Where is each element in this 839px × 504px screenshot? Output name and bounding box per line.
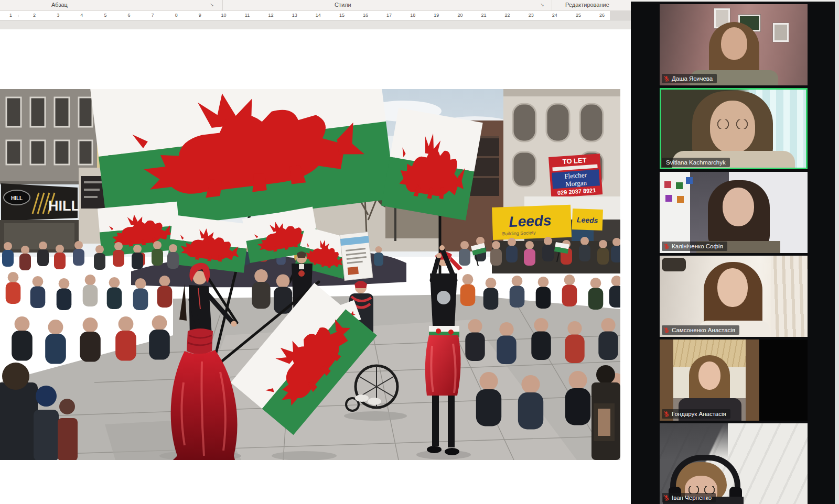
person-face	[723, 188, 754, 226]
ruler-number: 23	[528, 12, 535, 19]
ruler-number: 17	[385, 12, 393, 19]
ruler-number: 19	[433, 12, 440, 19]
leeds-sign: Leeds Building Society	[492, 205, 572, 240]
estate-agent-sign: TO LET Fletcher Morgan 029 2037 8921	[548, 154, 603, 198]
participant-name: Самсоненко Анастасія	[672, 326, 735, 334]
participant-nameplate: Самсоненко Анастасія	[662, 325, 739, 335]
ruler-number: 15	[338, 12, 346, 19]
ruler-number: 26	[598, 12, 606, 19]
person-glasses	[715, 119, 750, 129]
word-ruler[interactable]: 1234567891011121314151617181920212223242…	[0, 11, 631, 20]
video-bg-layer	[664, 181, 671, 188]
participant-nameplate: Іван Черненко	[662, 493, 716, 502]
ruler-number: 18	[409, 12, 416, 19]
participant-name: Даша Ясичева	[672, 75, 713, 82]
person-face	[721, 27, 747, 60]
zoom-video-panel: Даша Ясичева Svitlana Kachmarchyk	[631, 0, 839, 504]
ruler-number: 12	[267, 12, 275, 19]
hill-logo-text: HILL	[11, 195, 23, 201]
ruler-number: 11	[244, 12, 251, 19]
ruler-number: 13	[291, 12, 298, 19]
participant-name: Калініченко Софія	[672, 243, 723, 250]
ruler-number: 14	[315, 12, 322, 19]
ruler-number: 9	[198, 12, 202, 19]
video-bg-layer	[662, 258, 686, 271]
participant-tile[interactable]: Калініченко Софія	[660, 172, 808, 253]
participant-name: Гондарук Анастасія	[672, 410, 726, 418]
video-bg-layer	[660, 423, 728, 460]
ribbon-group-styles-label: Стили	[335, 2, 351, 8]
ruler-number: 8	[174, 12, 179, 19]
participant-tile[interactable]: Гондарук Анастасія	[660, 339, 808, 421]
ruler-number: 3	[56, 12, 60, 19]
participant-name: Svitlana Kachmarchyk	[666, 159, 726, 166]
paragraph-dialog-launcher-icon[interactable]: ↘	[209, 2, 215, 8]
video-bg-layer	[771, 256, 808, 337]
ribbon-group-divider	[222, 0, 223, 10]
participant-nameplate: Svitlana Kachmarchyk	[662, 158, 730, 167]
word-ribbon: Абзац ↘ Стили ↘ Редактирование	[0, 0, 631, 11]
participant-video	[660, 423, 808, 504]
person-face	[698, 361, 720, 390]
parade-photo-illustration: X HILL HILL	[0, 89, 620, 460]
participant-video	[660, 172, 808, 253]
muted-mic-icon	[663, 327, 670, 333]
participant-tile[interactable]: Іван Черненко	[660, 423, 808, 504]
participant-tile[interactable]: Даша Ясичева	[660, 4, 808, 85]
ruler-number: 22	[504, 12, 511, 19]
ruler-number: 24	[551, 12, 558, 19]
video-bg-layer	[773, 23, 789, 42]
ruler-number: 7	[150, 12, 155, 19]
word-window: Абзац ↘ Стили ↘ Редактирование 123456789…	[0, 0, 631, 504]
ruler-number: 2	[32, 12, 37, 19]
leeds-sign-text: Leeds	[509, 212, 552, 230]
participant-video	[660, 4, 808, 85]
muted-mic-icon	[663, 495, 670, 501]
participant-nameplate: Калініченко Софія	[662, 242, 727, 251]
ruler-number: 4	[79, 12, 84, 19]
muted-mic-icon	[663, 411, 670, 417]
person-face	[717, 268, 748, 307]
participant-tile[interactable]: Самсоненко Анастасія	[660, 256, 808, 337]
screen: Абзац ↘ Стили ↘ Редактирование 123456789…	[0, 0, 839, 504]
ruler-number: 1	[8, 12, 13, 19]
ribbon-group-paragraph-label: Абзац	[51, 2, 68, 8]
zoom-panel-scroll-edge[interactable]	[835, 0, 839, 504]
participant-video	[660, 256, 808, 337]
muted-mic-icon	[663, 243, 670, 249]
participant-nameplate: Даша Ясичева	[662, 74, 717, 83]
participant-nameplate: Гондарук Анастасія	[662, 409, 730, 419]
participant-tile[interactable]: Svitlana Kachmarchyk	[660, 88, 808, 169]
ruler-number: 16	[362, 12, 369, 19]
ruler-number: 21	[480, 12, 487, 19]
ribbon-group-editing-label: Редактирование	[565, 2, 609, 8]
document-inline-photo[interactable]: X HILL HILL	[0, 89, 620, 460]
to-let-sign-text: TO LET	[562, 156, 587, 166]
ruler-number: 6	[126, 12, 131, 19]
parade-placard	[340, 232, 373, 280]
styles-dialog-launcher-icon[interactable]: ↘	[539, 2, 545, 8]
ruler-margin-shade	[610, 11, 631, 20]
ruler-number: 25	[575, 12, 582, 19]
participant-video	[660, 88, 808, 169]
zoom-panel-top-edge	[631, 0, 839, 2]
participant-video	[660, 339, 808, 421]
hill-sign-text: HILL	[48, 198, 80, 214]
participant-tile-strip: Даша Ясичева Svitlana Kachmarchyk	[660, 4, 808, 504]
leeds-small-sign: Leeds	[572, 209, 603, 231]
muted-mic-icon	[663, 75, 670, 82]
ruler-number: 20	[456, 12, 464, 19]
document-page[interactable]: X HILL HILL	[0, 29, 631, 504]
document-background	[0, 20, 631, 29]
ruler-number: 10	[220, 12, 227, 19]
ruler-number: 5	[103, 12, 107, 19]
ribbon-group-divider	[552, 0, 552, 10]
leeds-small-text: Leeds	[577, 215, 598, 224]
morgan-sign-text: Morgan	[565, 179, 587, 188]
participant-name: Іван Черненко	[672, 494, 712, 501]
